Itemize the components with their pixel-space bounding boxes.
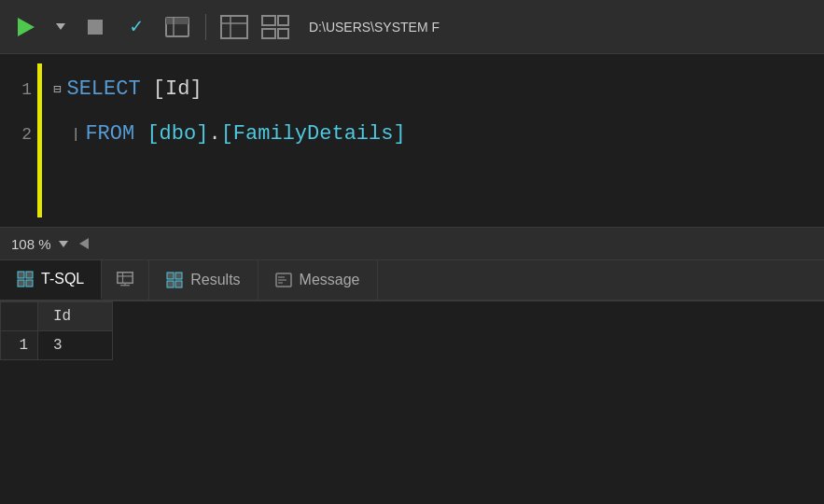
diagram-button[interactable] [258, 10, 292, 44]
play-button[interactable] [9, 10, 43, 44]
parse-button[interactable]: ✓ [119, 10, 153, 44]
tab-2[interactable] [102, 260, 149, 300]
line-numbers: 1 2 [0, 54, 37, 227]
scroll-left-button[interactable] [79, 238, 89, 249]
cell-id-1: 3 [38, 331, 113, 360]
table-icon [220, 15, 248, 39]
toolbar-divider-1 [205, 14, 206, 40]
results-table: Id 1 3 [0, 301, 113, 360]
row-number-header [1, 302, 38, 331]
table-familydetails: [FamilyDetails] [221, 112, 406, 157]
stop-icon [88, 20, 103, 35]
dropdown-button[interactable] [50, 10, 71, 44]
schema-dbo: [dbo] [147, 112, 208, 157]
tab-results[interactable]: Results [149, 260, 258, 300]
svg-rect-19 [167, 273, 174, 279]
stop-button[interactable] [78, 10, 112, 44]
code-editor[interactable]: ⊟ SELECT [Id] | FROM [dbo] . [FamilyDeta… [42, 54, 824, 227]
query-icon [164, 14, 190, 40]
svg-rect-7 [278, 16, 288, 25]
tab-tsql[interactable]: T-SQL [0, 260, 102, 300]
results-tab-label: Results [190, 272, 240, 288]
svg-rect-3 [221, 16, 247, 38]
svg-rect-6 [262, 16, 275, 25]
row-number-1: 1 [1, 331, 38, 360]
results-area: Id 1 3 [0, 301, 824, 360]
svg-rect-14 [118, 273, 133, 283]
zoom-level: 108 % [11, 236, 51, 252]
svg-rect-10 [18, 272, 24, 278]
space-1 [141, 67, 153, 112]
file-path: D:\USERS\SYSTEM F [309, 20, 440, 35]
tsql-tab-icon [17, 271, 34, 287]
zoom-dropdown-button[interactable] [59, 241, 68, 247]
code-line-1: ⊟ SELECT [Id] [53, 67, 824, 112]
code-line-2: | FROM [dbo] . [FamilyDetails] [53, 112, 824, 157]
tab-bar: T-SQL Results [0, 260, 824, 301]
diagram-icon [261, 15, 289, 39]
keyword-from: FROM [85, 112, 134, 157]
tab2-icon [117, 272, 133, 288]
toolbar: ✓ D:\USERS\SYSTEM F [0, 0, 824, 54]
svg-rect-1 [166, 18, 189, 24]
collapse-icon-1[interactable]: ⊟ [53, 67, 61, 112]
zoom-dropdown-icon [59, 241, 68, 247]
keyword-select: SELECT [66, 67, 140, 112]
svg-rect-11 [26, 272, 33, 278]
svg-rect-13 [26, 280, 33, 287]
play-icon [18, 18, 35, 36]
svg-rect-8 [262, 29, 275, 38]
zoom-bar: 108 % [0, 227, 824, 260]
svg-rect-20 [175, 273, 182, 279]
dot-separator: . [208, 112, 220, 157]
query-button[interactable] [161, 10, 194, 44]
line-number-1: 1 [6, 67, 32, 112]
svg-rect-9 [278, 29, 288, 38]
message-tab-label: Message [300, 272, 360, 288]
results-tab-icon [166, 272, 183, 288]
column-id-header: Id [38, 302, 113, 331]
table-button[interactable] [217, 10, 251, 44]
line-number-2: 2 [6, 112, 32, 157]
editor-area: 1 2 ⊟ SELECT [Id] | FROM [dbo] . [Family… [0, 54, 824, 227]
check-icon: ✓ [130, 14, 142, 39]
svg-rect-12 [18, 280, 24, 287]
svg-rect-22 [175, 281, 182, 287]
table-row: 1 3 [1, 331, 113, 360]
dropdown-arrow-icon [56, 23, 65, 30]
scroll-left-icon [79, 238, 89, 249]
results-header-row: Id [1, 302, 113, 331]
column-id: [Id] [153, 67, 203, 112]
indent-marker: | [72, 112, 79, 157]
tab-message[interactable]: Message [258, 260, 378, 300]
svg-rect-21 [167, 281, 174, 287]
space-2 [134, 112, 147, 157]
message-tab-icon [275, 272, 292, 288]
tsql-tab-label: T-SQL [41, 271, 84, 287]
